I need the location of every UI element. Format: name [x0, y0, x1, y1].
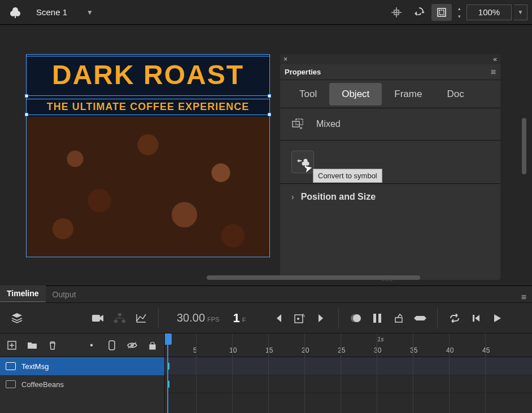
ruler-tick: 40 [446, 346, 453, 354]
svg-rect-35 [150, 345, 155, 349]
timeline-panel: Timeline Output ≡ 30.00 FPS 1 F A [0, 285, 532, 413]
tab-object[interactable]: Object [329, 83, 382, 106]
separator [158, 308, 159, 328]
layers-icon[interactable] [8, 309, 26, 327]
layer-type-icon [6, 380, 16, 388]
current-frame-display[interactable]: 1 F [233, 311, 246, 326]
next-keyframe-icon[interactable] [312, 309, 330, 327]
scene-label: Scene 1 [36, 7, 67, 17]
close-icon[interactable]: × [284, 55, 287, 63]
selection-handle[interactable] [25, 113, 28, 116]
fps-value: 30.00 [177, 311, 205, 324]
canvas[interactable]: DARK ROAST THE ULTIMATE COFFEE EXPERIENC… [26, 54, 270, 257]
fps-display[interactable]: 30.00 FPS [177, 311, 219, 324]
chevron-right-icon: › [291, 192, 294, 201]
position-size-label: Position and Size [301, 192, 376, 202]
tab-frame[interactable]: Frame [382, 83, 434, 106]
marker-icon[interactable] [390, 309, 408, 327]
highlight-layer-icon[interactable]: • [85, 339, 98, 352]
step-back-icon[interactable] [467, 309, 485, 327]
new-folder-icon[interactable] [26, 339, 38, 352]
svg-rect-27 [416, 316, 424, 320]
frame-span-icon[interactable] [411, 309, 429, 327]
insert-keyframe-icon[interactable]: A [291, 309, 309, 327]
play-icon[interactable] [489, 309, 507, 327]
selection-edge [27, 99, 269, 99]
selection-edge [27, 115, 269, 115]
frame-row[interactable] [165, 375, 532, 393]
timeline-menu-icon[interactable]: ≡ [521, 292, 532, 302]
zoom-in-stepper[interactable]: ▴ [454, 5, 464, 12]
frame-label: F [242, 317, 246, 323]
camera-icon[interactable] [89, 309, 107, 327]
lock-icon[interactable] [146, 339, 159, 352]
properties-panel: × « Properties ≡ Tool Object Frame Doc M… [280, 54, 500, 280]
layer-name: TextMsg [21, 362, 49, 371]
ruler-tick: 10 [229, 346, 237, 354]
playhead[interactable] [167, 333, 168, 413]
tab-output[interactable]: Output [46, 287, 83, 302]
edit-multiple-frames-icon[interactable] [368, 309, 386, 327]
outline-layer-icon[interactable] [106, 339, 118, 352]
svg-rect-25 [378, 314, 381, 323]
collapse-icon[interactable]: « [493, 55, 497, 63]
object-type-section: Mixed [280, 108, 500, 140]
tab-doc[interactable]: Doc [434, 83, 476, 106]
rotate-view-icon[interactable] [409, 4, 429, 21]
ruler-tick: 45 [482, 346, 490, 354]
fps-label: FPS [207, 316, 219, 323]
selection-handle[interactable] [268, 113, 271, 116]
ruler-second-label: 1s [377, 336, 384, 342]
scrollbar-thumb[interactable] [207, 275, 420, 280]
svg-point-13 [304, 159, 308, 163]
visibility-icon[interactable] [126, 339, 138, 352]
selection-handle[interactable] [25, 94, 28, 98]
svg-rect-14 [305, 165, 306, 168]
horizontal-scrollbar[interactable] [0, 275, 532, 281]
layer-row-textmsg[interactable]: TextMsg [0, 357, 164, 375]
onion-skin-icon[interactable] [347, 309, 365, 327]
frames-panel[interactable]: 1s 5 10 15 20 25 30 35 40 45 [165, 333, 532, 413]
stage-area: DARK ROAST THE ULTIMATE COFFEE EXPERIENC… [0, 25, 532, 285]
top-toolbar: Scene 1 ▼ ▴ ▾ 100% ▼ [0, 0, 532, 25]
frame-ruler[interactable]: 1s 5 10 15 20 25 30 35 40 45 [165, 333, 532, 357]
prev-keyframe-icon[interactable] [269, 309, 287, 327]
selection-handle[interactable] [268, 94, 271, 98]
new-layer-icon[interactable] [6, 339, 18, 352]
frame-row[interactable] [165, 357, 532, 375]
scrollbar-thumb[interactable] [522, 118, 526, 174]
ruler-tick: 25 [338, 346, 345, 354]
loop-icon[interactable] [446, 309, 464, 327]
ruler-tick: 15 [265, 346, 273, 354]
coffee-beans-image [27, 117, 269, 257]
zoom-out-stepper[interactable]: ▾ [454, 12, 464, 20]
zoom-steppers: ▴ ▾ [454, 5, 464, 20]
layer-row-coffeebeans[interactable]: CoffeeBeans [0, 375, 164, 393]
center-stage-icon[interactable] [386, 4, 407, 21]
canvas-subtitle-text[interactable]: THE ULTIMATE COFFEE EXPERIENCE [27, 101, 269, 113]
layer-controls: • [0, 333, 164, 357]
graph-icon[interactable] [132, 309, 150, 327]
vertical-scrollbar[interactable] [522, 118, 526, 197]
convert-to-symbol-button[interactable] [291, 151, 314, 173]
svg-rect-8 [439, 10, 444, 15]
layer-name: CoffeeBeans [21, 380, 64, 389]
svg-text:A: A [302, 313, 305, 318]
position-and-size-section[interactable]: › Position and Size [280, 184, 500, 210]
clip-content-icon[interactable] [431, 4, 452, 21]
layer-parenting-icon[interactable] [111, 309, 129, 327]
timeline-body: • TextMsg CoffeeBeans 1s 5 10 15 20 25 [0, 333, 532, 413]
svg-rect-3 [15, 15, 16, 18]
zoom-value[interactable]: 100% [466, 5, 512, 20]
timeline-tabs: Timeline Output ≡ [0, 286, 532, 303]
scene-dropdown[interactable]: Scene 1 ▼ [36, 7, 93, 17]
svg-point-23 [353, 314, 361, 322]
tab-timeline[interactable]: Timeline [0, 285, 46, 302]
panel-menu-icon[interactable]: ≡ [491, 67, 496, 77]
canvas-title-text[interactable]: DARK ROAST [27, 59, 269, 90]
svg-rect-28 [473, 315, 474, 322]
frame-value: 1 [233, 311, 239, 326]
zoom-dropdown[interactable]: ▼ [514, 5, 527, 20]
delete-layer-icon[interactable] [46, 339, 59, 352]
tab-tool[interactable]: Tool [287, 83, 329, 106]
